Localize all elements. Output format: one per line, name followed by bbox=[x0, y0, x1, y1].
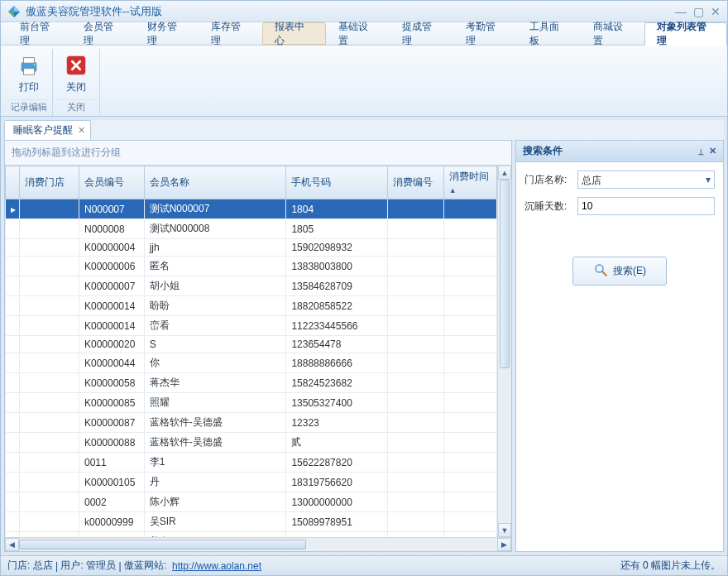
cell-consume_no[interactable] bbox=[387, 433, 443, 453]
cell-store[interactable] bbox=[19, 336, 79, 353]
cell-phone[interactable]: 15824523682 bbox=[286, 373, 387, 393]
cell-store[interactable] bbox=[19, 453, 79, 473]
cell-member_name[interactable]: 吴SIR bbox=[144, 512, 286, 532]
cell-consume_no[interactable] bbox=[387, 453, 443, 473]
cell-consume_no[interactable] bbox=[387, 296, 443, 316]
col-consume-no[interactable]: 消费编号 bbox=[387, 166, 443, 199]
cell-phone[interactable]: 18820858522 bbox=[286, 296, 387, 316]
group-by-hint[interactable]: 拖动列标题到这进行分组 bbox=[5, 141, 511, 166]
store-select[interactable]: 总店 bbox=[577, 170, 715, 189]
table-row[interactable]: ▸N000007测试N0000071804 bbox=[6, 199, 497, 219]
cell-phone[interactable]: 13656332677 bbox=[286, 532, 387, 538]
cell-member_no[interactable]: 0011 bbox=[79, 453, 144, 473]
table-row[interactable]: K00000085照耀13505327400 bbox=[6, 393, 497, 413]
cell-store[interactable] bbox=[19, 433, 79, 453]
cell-member_no[interactable]: K00000058 bbox=[79, 373, 144, 393]
cell-member_name[interactable]: 测试N000007 bbox=[144, 199, 286, 219]
cell-member_no[interactable]: K00001003 bbox=[79, 532, 144, 538]
cell-member_name[interactable]: 峦看 bbox=[144, 316, 286, 336]
vscroll-thumb[interactable] bbox=[500, 180, 510, 368]
cell-consume_no[interactable] bbox=[387, 257, 443, 276]
cell-consume_time[interactable] bbox=[443, 492, 496, 512]
menu-commission[interactable]: 提成管理 bbox=[390, 22, 453, 45]
cell-phone[interactable]: 13838003800 bbox=[286, 257, 387, 276]
cell-member_no[interactable]: K00000085 bbox=[79, 393, 144, 413]
cell-consume_time[interactable] bbox=[443, 393, 496, 413]
cell-consume_no[interactable] bbox=[387, 316, 443, 336]
cell-member_name[interactable]: 你 bbox=[144, 353, 286, 373]
cell-phone[interactable]: 15089978951 bbox=[286, 512, 387, 532]
menu-inventory[interactable]: 库存管理 bbox=[199, 22, 262, 45]
cell-consume_time[interactable] bbox=[443, 199, 496, 219]
cell-store[interactable] bbox=[19, 512, 79, 532]
col-member-no[interactable]: 会员编号 bbox=[79, 166, 144, 199]
table-row[interactable]: K00000020S123654478 bbox=[6, 336, 497, 353]
cell-member_name[interactable]: 蒋杰华 bbox=[144, 373, 286, 393]
table-row[interactable]: K00000087蓝格软件-吴德盛12323 bbox=[6, 413, 497, 433]
hscroll-track[interactable] bbox=[19, 538, 497, 551]
cell-member_name[interactable]: 蓝格软件-吴德盛 bbox=[144, 433, 286, 453]
cell-phone[interactable]: 贰 bbox=[286, 433, 387, 453]
scroll-left-button[interactable]: ◀ bbox=[5, 538, 19, 551]
menu-basic-settings[interactable]: 基础设置 bbox=[326, 22, 390, 45]
cell-store[interactable] bbox=[19, 393, 79, 413]
cell-consume_time[interactable] bbox=[443, 373, 496, 393]
print-button[interactable]: 打印 bbox=[9, 49, 49, 98]
cell-member_name[interactable]: 陈小辉 bbox=[144, 492, 286, 512]
cell-consume_time[interactable] bbox=[443, 336, 496, 353]
cell-consume_time[interactable] bbox=[443, 296, 496, 316]
cell-store[interactable] bbox=[19, 199, 79, 219]
col-consume-time[interactable]: 消费时间 bbox=[443, 166, 496, 199]
cell-member_name[interactable]: S bbox=[144, 336, 286, 353]
cell-consume_time[interactable] bbox=[443, 413, 496, 433]
vertical-scrollbar[interactable]: ▲ ▼ bbox=[497, 166, 511, 537]
cell-consume_no[interactable] bbox=[387, 353, 443, 373]
horizontal-scrollbar[interactable]: ◀ ▶ bbox=[5, 537, 511, 551]
cell-consume_no[interactable] bbox=[387, 393, 443, 413]
cell-member_name[interactable]: 美女 bbox=[144, 532, 286, 538]
cell-member_no[interactable]: 0002 bbox=[79, 492, 144, 512]
table-row[interactable]: 0011李115622287820 bbox=[6, 453, 497, 473]
cell-consume_no[interactable] bbox=[387, 413, 443, 433]
cell-store[interactable] bbox=[19, 532, 79, 538]
cell-consume_no[interactable] bbox=[387, 512, 443, 532]
cell-consume_time[interactable] bbox=[443, 473, 496, 492]
panel-close-icon[interactable]: ✕ bbox=[709, 146, 716, 156]
menu-object-list[interactable]: 对象列表管理 bbox=[644, 22, 727, 46]
cell-consume_time[interactable] bbox=[443, 219, 496, 239]
cell-store[interactable] bbox=[19, 239, 79, 257]
table-row[interactable]: K00000044你18888886666 bbox=[6, 353, 497, 373]
menu-front-desk[interactable]: 前台管理 bbox=[7, 22, 71, 45]
cell-member_name[interactable]: jjh bbox=[144, 239, 286, 257]
menu-finance[interactable]: 财务管理 bbox=[135, 22, 199, 45]
table-row[interactable]: K00000007胡小姐13584628709 bbox=[6, 276, 497, 296]
cell-consume_time[interactable] bbox=[443, 316, 496, 336]
cell-consume_no[interactable] bbox=[387, 336, 443, 353]
cell-member_no[interactable]: K00000006 bbox=[79, 257, 144, 276]
cell-phone[interactable]: 112233445566 bbox=[286, 316, 387, 336]
cell-store[interactable] bbox=[19, 413, 79, 433]
cell-member_name[interactable]: 照耀 bbox=[144, 393, 286, 413]
cell-member_no[interactable]: K00000007 bbox=[79, 276, 144, 296]
cell-store[interactable] bbox=[19, 276, 79, 296]
cell-member_name[interactable]: 李1 bbox=[144, 453, 286, 473]
cell-store[interactable] bbox=[19, 219, 79, 239]
hscroll-thumb[interactable] bbox=[19, 540, 306, 550]
cell-phone[interactable]: 15622287820 bbox=[286, 453, 387, 473]
cell-member_no[interactable]: N000007 bbox=[79, 199, 144, 219]
cell-consume_time[interactable] bbox=[443, 276, 496, 296]
col-phone[interactable]: 手机号码 bbox=[286, 166, 387, 199]
cell-consume_time[interactable] bbox=[443, 532, 496, 538]
search-button[interactable]: 搜索(E) bbox=[572, 257, 667, 286]
menu-tools[interactable]: 工具面板 bbox=[517, 22, 581, 45]
cell-store[interactable] bbox=[19, 316, 79, 336]
minimize-button[interactable]: ― bbox=[675, 5, 687, 18]
cell-store[interactable] bbox=[19, 473, 79, 492]
close-doc-button[interactable]: 关闭 bbox=[56, 49, 96, 98]
cell-store[interactable] bbox=[19, 492, 79, 512]
cell-member_no[interactable]: K00000020 bbox=[79, 336, 144, 353]
cell-phone[interactable]: 1804 bbox=[286, 199, 387, 219]
cell-consume_time[interactable] bbox=[443, 353, 496, 373]
cell-consume_no[interactable] bbox=[387, 373, 443, 393]
cell-consume_time[interactable] bbox=[443, 453, 496, 473]
